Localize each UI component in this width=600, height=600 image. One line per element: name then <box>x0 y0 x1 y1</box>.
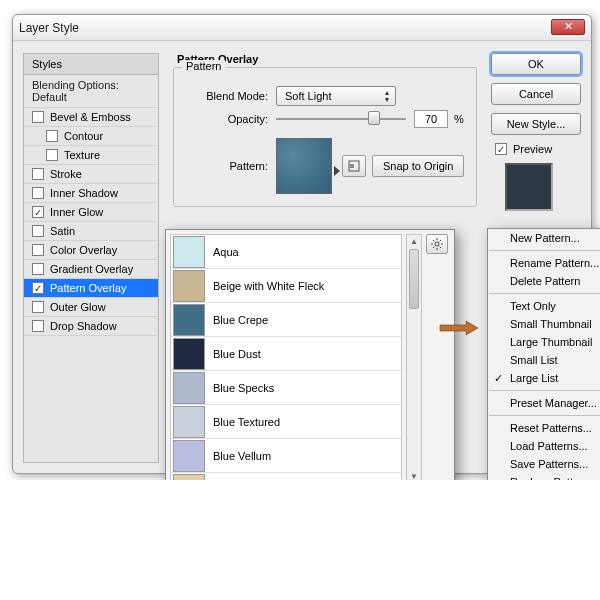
new-style-button[interactable]: New Style... <box>491 113 581 135</box>
menu-large-thumbnail[interactable]: Large Thumbnail <box>488 333 600 351</box>
style-label: Inner Shadow <box>50 187 118 199</box>
style-stroke[interactable]: Stroke <box>24 165 158 184</box>
style-label: Inner Glow <box>50 206 103 218</box>
style-color-overlay[interactable]: Color Overlay <box>24 241 158 260</box>
pattern-name: Blue Textured <box>213 416 280 428</box>
pattern-swatch[interactable] <box>276 138 332 194</box>
preview-checkbox[interactable]: ✓ Preview <box>495 143 581 155</box>
style-label: Outer Glow <box>50 301 106 313</box>
svg-line-10 <box>433 247 434 248</box>
pattern-picker: AquaBeige with White FleckBlue CrepeBlue… <box>165 229 455 480</box>
flyout-menu: New Pattern...Rename Pattern...Delete Pa… <box>487 228 600 480</box>
blend-mode-value: Soft Light <box>285 90 331 102</box>
pattern-name: Blue Specks <box>213 382 274 394</box>
pattern-row[interactable]: Blue Specks <box>171 371 401 405</box>
close-icon[interactable]: ✕ <box>551 19 585 35</box>
pattern-swatch-icon <box>173 304 205 336</box>
dialog-title: Layer Style <box>19 21 79 35</box>
pattern-name: Beige with White Fleck <box>213 280 324 292</box>
svg-point-2 <box>435 242 439 246</box>
checkbox-icon[interactable] <box>32 301 44 313</box>
opacity-slider[interactable] <box>276 110 406 128</box>
snap-to-origin-button[interactable]: Snap to Origin <box>372 155 464 177</box>
checkbox-icon[interactable] <box>32 244 44 256</box>
checkbox-icon[interactable] <box>32 320 44 332</box>
pattern-swatch-icon <box>173 338 205 370</box>
pattern-row[interactable]: Blue Crepe <box>171 303 401 337</box>
pattern-swatch-icon <box>173 372 205 404</box>
svg-line-8 <box>440 247 441 248</box>
style-inner-shadow[interactable]: Inner Shadow <box>24 184 158 203</box>
checkbox-icon[interactable] <box>32 187 44 199</box>
checkbox-icon[interactable]: ✓ <box>32 206 44 218</box>
blending-options[interactable]: Blending Options: Default <box>24 75 158 108</box>
titlebar[interactable]: Layer Style ✕ <box>13 15 591 41</box>
scrollbar[interactable] <box>406 234 422 480</box>
cancel-button[interactable]: Cancel <box>491 83 581 105</box>
svg-rect-1 <box>350 164 354 168</box>
style-inner-glow[interactable]: ✓Inner Glow <box>24 203 158 222</box>
pattern-swatch-icon <box>173 474 205 481</box>
style-label: Satin <box>50 225 75 237</box>
style-drop-shadow[interactable]: Drop Shadow <box>24 317 158 336</box>
menu-new-pattern[interactable]: New Pattern... <box>488 229 600 247</box>
opacity-value[interactable]: 70 <box>414 110 448 128</box>
menu-save-patterns[interactable]: Save Patterns... <box>488 455 600 473</box>
checkbox-icon[interactable] <box>46 149 58 161</box>
gear-icon[interactable] <box>426 234 448 254</box>
pattern-row[interactable]: Blue Textured <box>171 405 401 439</box>
blend-mode-select[interactable]: Soft Light ▴▾ <box>276 86 396 106</box>
styles-header[interactable]: Styles <box>24 54 158 75</box>
menu-separator <box>489 390 600 391</box>
opacity-label: Opacity: <box>188 113 268 125</box>
layer-style-dialog: Layer Style ✕ Styles Blending Options: D… <box>12 14 592 474</box>
checkbox-icon[interactable] <box>32 111 44 123</box>
style-label: Bevel & Emboss <box>50 111 131 123</box>
scroll-thumb[interactable] <box>409 249 419 309</box>
styles-panel: Styles Blending Options: Default Bevel &… <box>23 53 159 463</box>
checkbox-icon[interactable] <box>32 263 44 275</box>
menu-rename-pattern[interactable]: Rename Pattern... <box>488 254 600 272</box>
menu-delete-pattern[interactable]: Delete Pattern <box>488 272 600 290</box>
menu-reset-patterns[interactable]: Reset Patterns... <box>488 419 600 437</box>
style-bevel-emboss[interactable]: Bevel & Emboss <box>24 108 158 127</box>
menu-preset-manager[interactable]: Preset Manager... <box>488 394 600 412</box>
style-gradient-overlay[interactable]: Gradient Overlay <box>24 260 158 279</box>
opacity-unit: % <box>454 113 464 125</box>
pattern-row[interactable]: Blue Dust <box>171 337 401 371</box>
menu-load-patterns[interactable]: Load Patterns... <box>488 437 600 455</box>
pattern-label: Pattern: <box>188 160 268 172</box>
pattern-row[interactable]: Beige with White Fleck <box>171 269 401 303</box>
svg-line-7 <box>433 240 434 241</box>
style-outer-glow[interactable]: Outer Glow <box>24 298 158 317</box>
menu-small-thumbnail[interactable]: Small Thumbnail <box>488 315 600 333</box>
ok-button[interactable]: OK <box>491 53 581 75</box>
style-texture[interactable]: Texture <box>24 146 158 165</box>
pattern-row[interactable]: Buff Textured <box>171 473 401 480</box>
style-label: Contour <box>64 130 103 142</box>
style-satin[interactable]: Satin <box>24 222 158 241</box>
pattern-row[interactable]: Blue Vellum <box>171 439 401 473</box>
menu-large-list[interactable]: Large List <box>488 369 600 387</box>
options-panel: Pattern Overlay Pattern Blend Mode: Soft… <box>159 53 485 463</box>
updown-icon: ▴▾ <box>381 89 391 103</box>
pattern-row[interactable]: Aqua <box>171 235 401 269</box>
style-label: Drop Shadow <box>50 320 117 332</box>
style-label: Pattern Overlay <box>50 282 126 294</box>
checkbox-icon[interactable]: ✓ <box>32 282 44 294</box>
pattern-swatch-icon <box>173 270 205 302</box>
checkbox-icon[interactable] <box>32 168 44 180</box>
menu-separator <box>489 293 600 294</box>
menu-replace-patterns[interactable]: Replace Patterns... <box>488 473 600 480</box>
checkbox-icon[interactable] <box>32 225 44 237</box>
menu-small-list[interactable]: Small List <box>488 351 600 369</box>
checkbox-icon[interactable] <box>46 130 58 142</box>
new-preset-icon[interactable] <box>342 155 366 177</box>
style-pattern-overlay[interactable]: ✓Pattern Overlay <box>24 279 158 298</box>
pattern-swatch-icon <box>173 406 205 438</box>
style-contour[interactable]: Contour <box>24 127 158 146</box>
blend-mode-label: Blend Mode: <box>188 90 268 102</box>
menu-text-only[interactable]: Text Only <box>488 297 600 315</box>
pattern-list[interactable]: AquaBeige with White FleckBlue CrepeBlue… <box>170 234 402 480</box>
checkbox-icon: ✓ <box>495 143 507 155</box>
